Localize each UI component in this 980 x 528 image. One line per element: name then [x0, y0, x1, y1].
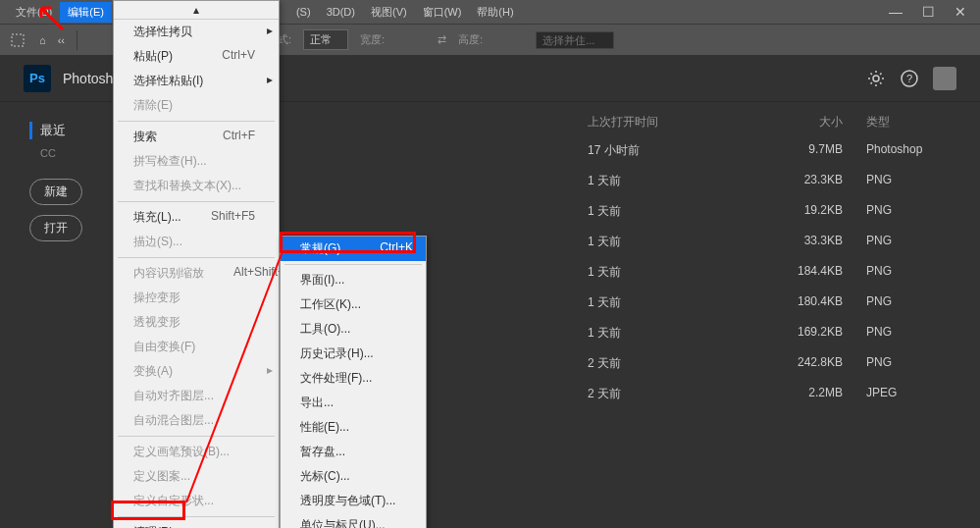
menu-item: 清除(E) — [114, 93, 279, 118]
menu-item: 透视变形 — [114, 310, 279, 335]
menu-item: 定义图案... — [114, 464, 279, 489]
menu-separator — [284, 264, 422, 265]
menu-item[interactable]: 工具(O)... — [281, 317, 426, 342]
table-row[interactable]: 2 天前242.8KBPNG — [588, 355, 931, 372]
mode-select[interactable]: 正常 — [303, 29, 348, 50]
menu-item[interactable]: 搜索Ctrl+F — [114, 125, 279, 149]
menu-item[interactable]: 常规(G)...Ctrl+K — [281, 237, 426, 261]
menu-view[interactable]: 视图(V) — [363, 2, 415, 23]
width-label: 宽度: — [360, 32, 385, 47]
table-row[interactable]: 17 小时前9.7MBPhotoshop — [588, 142, 931, 159]
close-button[interactable]: ✕ — [949, 2, 972, 22]
menu-item: 定义画笔预设(B)... — [114, 440, 279, 464]
menu-item[interactable]: 历史记录(H)... — [281, 342, 426, 366]
menu-item[interactable]: 选择性粘贴(I)▸ — [114, 69, 279, 93]
menu-item: 变换(A)▸ — [114, 359, 279, 384]
menu-item[interactable]: 光标(C)... — [281, 464, 426, 489]
header-type[interactable]: 类型 — [843, 114, 931, 131]
table-header: 上次打开时间 大小 类型 — [588, 114, 931, 131]
svg-point-1 — [873, 76, 879, 81]
menu-separator — [118, 436, 275, 437]
menu-separator — [118, 201, 275, 202]
table-row[interactable]: 1 天前169.2KBPNG — [588, 325, 931, 342]
table-row[interactable]: 1 天前19.2KBPNG — [588, 203, 931, 220]
menu-scroll-up[interactable]: ▴ — [114, 1, 279, 20]
recent-files-table: 上次打开时间 大小 类型 17 小时前9.7MBPhotoshop1 天前23.… — [588, 114, 931, 416]
open-button[interactable]: 打开 — [29, 215, 82, 241]
menu-item[interactable]: 暂存盘... — [281, 440, 426, 464]
header-time[interactable]: 上次打开时间 — [588, 114, 754, 131]
swap-icon[interactable]: ⇄ — [438, 33, 446, 46]
menu-item[interactable]: 性能(E)... — [281, 415, 426, 440]
menu-item: 自由变换(F) — [114, 335, 279, 359]
menu-item[interactable]: 导出... — [281, 391, 426, 415]
help-icon[interactable]: ? — [900, 69, 919, 88]
preferences-submenu: 常规(G)...Ctrl+K界面(I)...工作区(K)...工具(O)...历… — [280, 236, 427, 528]
menu-item[interactable]: 界面(I)... — [281, 268, 426, 292]
menu-item[interactable]: 选择性拷贝▸ — [114, 20, 279, 44]
menu-item[interactable]: 文件处理(F)... — [281, 366, 426, 391]
header-size[interactable]: 大小 — [754, 114, 843, 131]
cc-label[interactable]: CC — [29, 147, 88, 159]
menu-separator — [118, 121, 275, 122]
recent-label[interactable]: 最近 — [29, 122, 88, 139]
home-icon[interactable]: ⌂ — [39, 34, 46, 46]
settings-icon[interactable] — [866, 69, 886, 88]
menu-item: 自动对齐图层... — [114, 384, 279, 408]
menu-item: 内容识别缩放Alt+Shift+Ctrl+C — [114, 261, 279, 286]
menu-edit[interactable]: 编辑(E) — [60, 2, 112, 23]
menu-item[interactable]: 填充(L)...Shift+F5 — [114, 205, 279, 230]
edit-menu-dropdown: ▴ 选择性拷贝▸粘贴(P)Ctrl+V选择性粘贴(I)▸清除(E)搜索Ctrl+… — [113, 0, 280, 528]
menu-3d[interactable]: 3D(D) — [319, 3, 363, 21]
marquee-tool-icon[interactable] — [8, 30, 27, 50]
height-label: 高度: — [458, 32, 483, 47]
left-sidebar: 最近 CC 新建 打开 — [29, 122, 88, 251]
svg-text:?: ? — [906, 73, 912, 84]
menu-item[interactable]: 工作区(K)... — [281, 292, 426, 317]
menu-window[interactable]: 窗口(W) — [415, 2, 470, 23]
menu-item: 查找和替换文本(X)... — [114, 174, 279, 198]
menu-separator — [118, 516, 275, 517]
table-row[interactable]: 1 天前184.4KBPNG — [588, 264, 931, 281]
menu-separator — [118, 257, 275, 258]
new-button[interactable]: 新建 — [29, 179, 82, 205]
menu-item: 定义自定形状... — [114, 489, 279, 513]
table-row[interactable]: 2 天前2.2MBJPEG — [588, 386, 931, 402]
menu-item: 操控变形 — [114, 286, 279, 310]
svg-rect-0 — [12, 34, 24, 46]
menu-hidden-0[interactable]: (S) — [288, 3, 319, 21]
chevron-icon[interactable]: ‹‹ — [58, 34, 65, 46]
menu-help[interactable]: 帮助(H) — [469, 2, 521, 23]
table-row[interactable]: 1 天前180.4KBPNG — [588, 294, 931, 311]
menu-item[interactable]: 粘贴(P)Ctrl+V — [114, 44, 279, 69]
menu-item[interactable]: 清理(R)▸ — [114, 520, 279, 528]
table-row[interactable]: 1 天前33.3KBPNG — [588, 234, 931, 250]
menu-item: 拼写检查(H)... — [114, 149, 279, 174]
minimize-button[interactable]: — — [883, 2, 908, 22]
avatar[interactable] — [933, 67, 956, 90]
mode-label: 式: — [278, 32, 291, 47]
maximize-button[interactable]: ☐ — [916, 2, 941, 22]
menu-item: 描边(S)... — [114, 230, 279, 254]
ps-logo: Ps — [24, 65, 51, 92]
menu-item: 自动混合图层... — [114, 408, 279, 433]
menu-file[interactable]: 文件(D) — [8, 2, 60, 23]
select-input[interactable] — [536, 31, 614, 49]
menu-item[interactable]: 单位与标尺(U)... — [281, 513, 426, 528]
table-row[interactable]: 1 天前23.3KBPNG — [588, 173, 931, 189]
menu-item[interactable]: 透明度与色域(T)... — [281, 489, 426, 513]
